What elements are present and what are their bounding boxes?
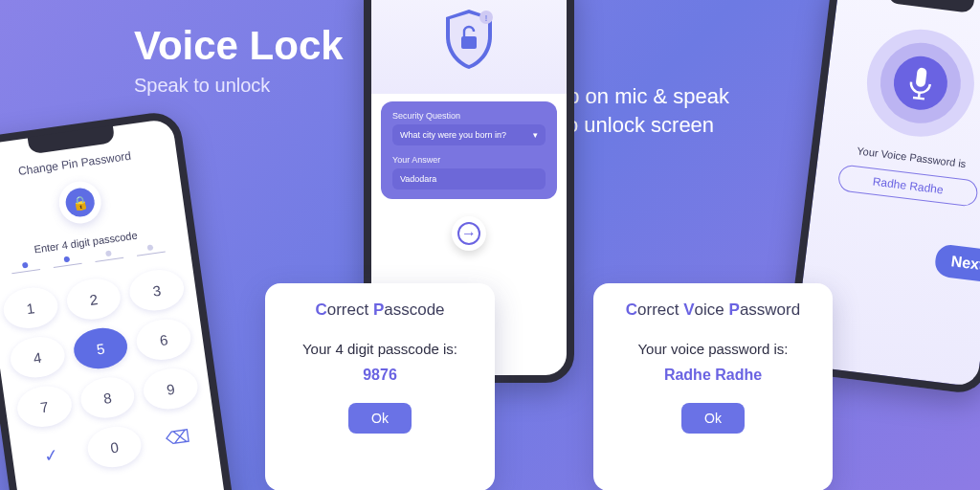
card-body: Your voice password is: [609, 341, 817, 357]
svg-rect-0 [461, 36, 477, 49]
key-8[interactable]: 8 [78, 374, 137, 421]
ok-button[interactable]: Ok [348, 403, 412, 434]
continue-button[interactable]: → [452, 216, 486, 251]
key-0[interactable]: 0 [85, 423, 145, 470]
correct-voice-password-card: Correct Voice Password Your voice passwo… [593, 283, 833, 490]
phone-notch [28, 125, 116, 154]
voice-password-value: Radhe Radhe [609, 367, 817, 384]
next-button[interactable]: Next [934, 243, 980, 283]
sq-label: Security Question [392, 111, 546, 121]
svg-line-8 [913, 98, 924, 99]
hero-subtitle: Speak to unlock [134, 75, 344, 97]
sq-dropdown[interactable]: What city were you born in? ▾ [392, 124, 546, 145]
lock-icon: 🔒 [56, 179, 104, 227]
screen-title: Change Pin Password [0, 143, 177, 185]
correct-passcode-card: Correct Passcode Your 4 digit passcode i… [265, 283, 495, 490]
arrow-right-icon: → [457, 222, 480, 245]
key-7[interactable]: 7 [14, 383, 74, 430]
shield-icon: ! [438, 6, 500, 77]
key-6[interactable]: 6 [134, 316, 193, 363]
card-title: Correct Passcode [280, 301, 479, 320]
security-question-card: Security Question What city were you bor… [381, 101, 557, 199]
key-1[interactable]: 1 [1, 284, 60, 331]
answer-input[interactable]: Vadodara [392, 168, 546, 189]
mic-button[interactable] [857, 19, 980, 151]
key-9[interactable]: 9 [141, 365, 200, 412]
hero-title: Voice Lock [134, 23, 344, 69]
chevron-down-icon: ▾ [533, 130, 538, 140]
card-body: Your 4 digit passcode is: [280, 341, 479, 357]
num-keypad: 1 2 3 4 5 6 7 8 9 ✓ 0 ⌫ [1, 266, 208, 479]
svg-text:!: ! [485, 13, 488, 23]
passcode-value: 9876 [280, 367, 479, 384]
key-2[interactable]: 2 [64, 276, 123, 323]
phone-notch [887, 0, 975, 13]
ok-button[interactable]: Ok [681, 403, 745, 434]
key-4[interactable]: 4 [8, 334, 67, 381]
voice-password-chip: Radhe Radhe [837, 164, 979, 208]
key-3[interactable]: 3 [127, 266, 187, 313]
hero: Voice Lock Speak to unlock [134, 23, 344, 97]
key-backspace[interactable]: ⌫ [148, 414, 208, 461]
key-5[interactable]: 5 [71, 324, 130, 371]
card-title: Correct Voice Password [609, 301, 817, 320]
answer-label: Your Answer [392, 155, 546, 165]
key-confirm[interactable]: ✓ [22, 433, 81, 479]
phone-keypad: ‹ Change Pin Password 🔒 Enter 4 digit pa… [0, 109, 241, 490]
